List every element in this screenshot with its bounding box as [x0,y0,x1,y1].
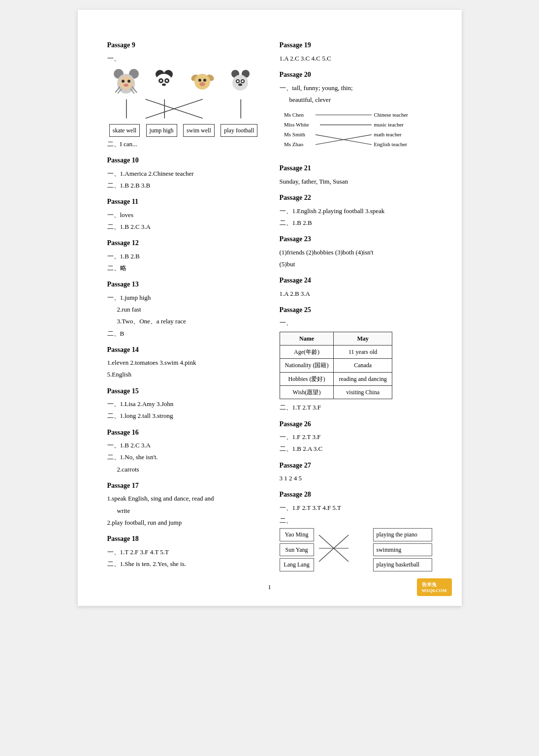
match28-basketball: playing basketball [373,558,432,571]
label-box-2: jump high [146,124,177,137]
match28-yao: Yao Ming [280,528,314,541]
passage18-title: Passage 18 [107,533,260,545]
passage15: Passage 15 一、1.Lisa 2.Amy 3.John 二、1.lon… [107,385,260,422]
svg-text:Chinese teacher: Chinese teacher [374,112,408,118]
td-age-val: 11 years old [334,345,392,358]
svg-text:math teacher: math teacher [374,131,402,137]
label-box-4: play football [221,124,257,137]
passage10-title: Passage 10 [107,155,260,166]
p18-l1: 一、1.T 2.F 3.F 4.T 5.T [107,547,260,558]
left-column: Passage 9 一、 [107,39,260,576]
passage21-title: Passage 21 [280,162,432,174]
passage19-title: Passage 19 [280,39,432,51]
animal-1 [111,68,141,95]
svg-point-4 [122,80,125,83]
svg-point-34 [238,83,242,86]
passage16-title: Passage 16 [107,427,260,439]
match28-left-col: Yao Ming Sun Yang Lang Lang [280,528,314,571]
svg-text:Ms Zhao: Ms Zhao [284,141,304,147]
animal-img-1 [111,68,141,95]
td-hob-label: Hobbies (爱好) [280,372,334,385]
passage25: Passage 25 一、 Name May Age(年龄) 11 years … [280,304,432,413]
passage18: Passage 18 一、1.T 2.F 3.F 4.T 5.T 二、1.She… [107,533,260,569]
p16-l2: 二、1.No, she isn't. [107,452,260,463]
svg-point-19 [162,83,166,86]
svg-text:music teacher: music teacher [374,122,404,127]
p14-l2: 5.English [107,369,260,380]
p15-l1: 一、1.Lisa 2.Amy 3.John [107,399,260,410]
passage10: Passage 10 一、1.America 2.Chinese teacher… [107,155,260,191]
passage27-title: Passage 27 [280,460,432,472]
p21-l1: Sunday, father, Tim, Susan [280,176,432,187]
svg-point-32 [237,80,239,82]
page-number: 1 [268,583,271,591]
watermark: 告米兔 MXQ6.COM [417,578,452,596]
animal-img-4 [226,68,255,95]
svg-text:Ms Smith: Ms Smith [284,131,305,137]
p17-l1: 1.speak English, sing and dance, read an… [107,493,260,504]
passage13: Passage 13 一、1.jump high 2.run fast 3.Tw… [107,279,260,339]
th-name: Name [280,332,334,345]
p27-l1: 3 1 2 4 5 [280,473,432,484]
passage20-title: Passage 20 [280,69,432,81]
label-box-3: swim well [183,124,215,137]
match28-piano: playing the piano [373,528,432,541]
passage9-section1: 一、 [107,53,260,64]
passage20: Passage 20 一、tall, funny; young, thin; b… [280,69,432,158]
passage26-title: Passage 26 [280,418,432,430]
watermark-line2: MXQ6.COM [422,588,447,593]
table-row-nationality: Nationality (国籍) Canada [280,359,392,372]
label-box-1: skate well [109,124,140,137]
p24-l1: 1.A 2.B 3.A [280,288,432,299]
passage9-section2: 二、I can... [107,139,260,150]
watermark-line1: 告米兔 [422,581,447,588]
svg-point-3 [119,76,133,90]
passage25-title: Passage 25 [280,304,432,316]
passage19: Passage 19 1.A 2.C 3.C 4.C 5.C [280,39,432,64]
td-wish-label: Wish(愿望) [280,386,334,399]
table-row-age: Age(年龄) 11 years old [280,345,392,358]
match28-lang: Lang Lang [280,558,314,571]
passage24: Passage 24 1.A 2.B 3.A [280,275,432,299]
p28-l1: 一、1.F 2.T 3.T 4.F 5.T [280,503,432,513]
passage13-title: Passage 13 [107,279,260,290]
svg-point-26 [200,83,204,85]
passage17: Passage 17 1.speak English, sing and dan… [107,480,260,528]
label-boxes: skate well jump high swim well play foot… [107,124,260,137]
p25-section: 一、 [280,317,432,328]
p17-l2: write [117,505,260,516]
passage22-title: Passage 22 [280,192,432,204]
passage26: Passage 26 一、1.F 2.T 3.F 二、1.B 2.A 3.C [280,418,432,455]
passage24-title: Passage 24 [280,275,432,286]
table-row-wish: Wish(愿望) visiting China [280,386,392,399]
p17-l3: 2.play football, run and jump [107,517,260,528]
passage15-title: Passage 15 [107,385,260,397]
passage25-table: Name May Age(年龄) 11 years old Nationalit… [280,332,392,400]
p10-l1: 一、1.America 2.Chinese teacher [107,168,260,179]
right-column: Passage 19 1.A 2.C 3.C 4.C 5.C Passage 2… [280,39,432,576]
passage9: Passage 9 一、 [107,39,260,150]
animal-3 [188,68,217,95]
matching-svg: Ms Chen Miss White Ms Smith Ms Zhao Chin… [280,108,432,158]
p13-l2: 2.run fast [117,304,260,315]
p12-l2: 二、略 [107,263,260,274]
passage23: Passage 23 (1)friends (2)hobbies (3)both… [280,233,432,270]
p18-l2: 二、1.She is ten. 2.Yes, she is. [107,559,260,569]
p16-l1: 一、1.B 2.C 3.A [107,440,260,451]
svg-point-23 [198,79,201,82]
passage23-title: Passage 23 [280,233,432,245]
svg-point-22 [194,74,210,90]
passage17-title: Passage 17 [107,480,260,492]
page: Passage 9 一、 [78,10,462,606]
p22-l2: 二、1.B 2.B [280,218,432,228]
p20-l2: beautiful, clever [289,94,432,105]
animal-4 [226,68,255,95]
passage21: Passage 21 Sunday, father, Tim, Susan [280,162,432,187]
p11-l2: 二、1.B 2.C 3.A [107,221,260,232]
matching28-container: Yao Ming Sun Yang Lang Lang [280,528,432,571]
columns: Passage 9 一、 [107,39,432,576]
p28-section2: 二、 [280,515,432,526]
p12-l1: 一、1.B 2.B [107,251,260,262]
td-nat-val: Canada [334,359,392,372]
passage22: Passage 22 一、1.English 2.playing footbal… [280,192,432,228]
